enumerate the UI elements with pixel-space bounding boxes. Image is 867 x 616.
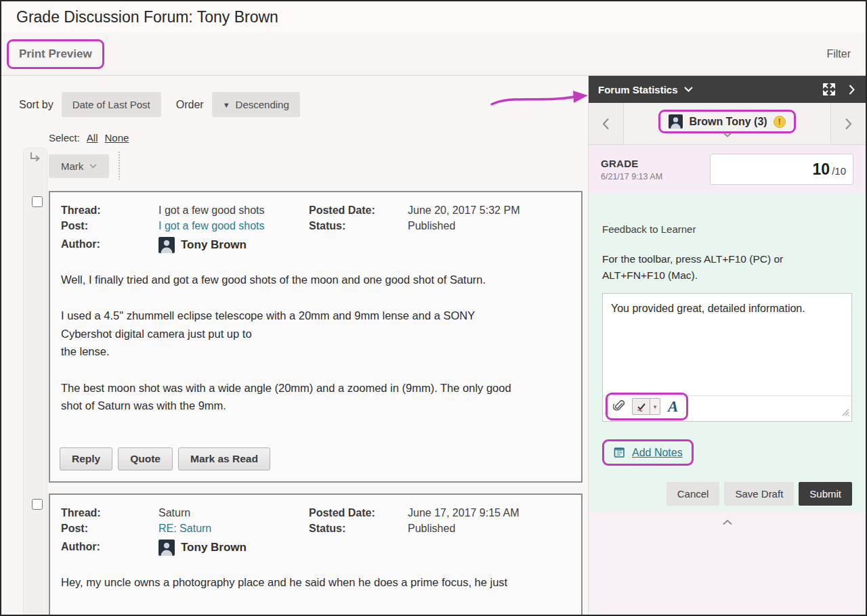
author-cell: Tony Brown (158, 540, 570, 556)
post-row: Thread: I got a few good shots Posted Da… (26, 191, 583, 483)
status-value: Published (408, 523, 570, 535)
post-card: Thread: I got a few good shots Posted Da… (49, 191, 583, 483)
thread-value: I got a few good shots (158, 204, 309, 217)
sort-by-button[interactable]: Date of Last Post (62, 92, 161, 117)
forum-statistics-dropdown-icon[interactable] (684, 87, 693, 92)
collapse-panel-icon[interactable] (849, 85, 855, 95)
next-student-button[interactable] (830, 103, 866, 144)
annotation-print-preview-highlight: Print Preview (7, 39, 104, 69)
select-label: Select: (49, 132, 80, 144)
mark-button-label: Mark (61, 160, 83, 172)
feedback-editor: You provided great, detailed information… (602, 293, 852, 422)
notes-icon (613, 446, 626, 459)
post-label: Post: (61, 220, 158, 232)
needs-grading-icon: ! (774, 116, 786, 128)
select-all-link[interactable]: All (87, 132, 98, 144)
order-button[interactable]: ▼ Descending (212, 92, 300, 117)
mark-button[interactable]: Mark (49, 154, 109, 178)
feedback-buttons: Cancel Save Draft Submit (602, 482, 852, 506)
posted-date-label: Posted Date: (309, 204, 408, 217)
student-dropdown-icon[interactable] (723, 133, 732, 137)
post-paragraph: Hey, my uncle owns a photography place a… (61, 573, 570, 591)
app-window: Grade Discussion Forum: Tony Brown Print… (0, 0, 867, 616)
character-format-icon[interactable]: A (667, 399, 679, 414)
action-bar: Print Preview Filter (1, 32, 866, 76)
author-label: Author: (61, 238, 158, 250)
feedback-textarea[interactable]: You provided great, detailed information… (603, 294, 851, 395)
submit-button[interactable]: Submit (799, 482, 852, 506)
posted-date-value: June 20, 2017 5:32 PM (408, 204, 570, 217)
feedback-section: Feedback to Learner For the toolbar, pre… (589, 194, 866, 512)
grade-label: GRADE (601, 158, 662, 169)
author-avatar (158, 540, 175, 556)
select-controls: Select: All None (49, 132, 588, 144)
mark-controls: Mark (49, 152, 588, 180)
annotation-editor-tools-highlight: ▾ A (606, 393, 688, 420)
reply-button[interactable]: Reply (60, 447, 112, 470)
posted-date-value: June 17, 2017 9:15 AM (408, 507, 570, 519)
main-content: Sort by Date of Last Post Order ▼ Descen… (1, 76, 866, 615)
page-title: Grade Discussion Forum: Tony Brown (16, 8, 278, 26)
post-body: Hey, my uncle owns a photography place a… (50, 556, 581, 591)
thread-label: Thread: (61, 204, 158, 217)
maximize-icon[interactable] (823, 83, 835, 95)
toolbar-hint: For the toolbar, press ALT+F10 (PC) or A… (602, 251, 820, 284)
post-select-checkbox[interactable] (32, 499, 43, 510)
add-notes-link[interactable]: Add Notes (632, 447, 683, 459)
feedback-label: Feedback to Learner (602, 194, 852, 235)
sort-by-label: Sort by (19, 99, 54, 111)
mark-as-read-button[interactable]: Mark as Read (178, 447, 270, 470)
print-preview-button[interactable]: Print Preview (9, 42, 102, 66)
save-draft-button[interactable]: Save Draft (724, 482, 794, 506)
post-card: Thread: Saturn Posted Date: June 17, 201… (49, 493, 583, 615)
dotted-divider (119, 152, 120, 180)
grade-input[interactable] (755, 160, 830, 179)
post-row: Thread: Saturn Posted Date: June 17, 201… (26, 493, 583, 615)
post-label: Post: (61, 523, 158, 535)
post-title-link[interactable]: I got a few good shots (158, 220, 309, 232)
author-cell: Tony Brown (158, 237, 570, 253)
grade-section: GRADE 6/21/17 9:13 AM /10 (589, 145, 866, 194)
author-name: Tony Brown (181, 541, 247, 554)
filter-button[interactable]: Filter (826, 48, 851, 60)
student-navigation: Brown Tony (3) ! (589, 103, 866, 145)
sort-controls: Sort by Date of Last Post Order ▼ Descen… (19, 92, 588, 117)
post-meta: Thread: Saturn Posted Date: June 17, 201… (50, 495, 581, 556)
collapse-feedback-icon[interactable] (602, 519, 852, 525)
spellcheck-dropdown-icon[interactable]: ▾ (650, 398, 660, 415)
status-label: Status: (309, 523, 408, 535)
post-paragraph: I used a 4.5" zhummell eclipse telescope… (61, 307, 570, 360)
status-label: Status: (309, 220, 408, 232)
author-name: Tony Brown (181, 238, 247, 252)
post-body: Well, I finally tried and got a few good… (50, 253, 581, 414)
editor-toolbar: ▾ A (603, 395, 851, 421)
previous-student-button[interactable] (589, 103, 624, 144)
quote-button[interactable]: Quote (118, 447, 173, 470)
grading-pane: Forum Statistics (588, 76, 866, 615)
student-selector[interactable]: Brown Tony (3) ! (658, 110, 795, 133)
paperclip-icon[interactable] (613, 400, 626, 413)
order-button-label: Descending (236, 99, 289, 110)
status-value: Published (408, 220, 570, 232)
author-avatar (158, 237, 175, 253)
grade-date: 6/21/17 9:13 AM (601, 172, 662, 181)
post-actions: Reply Quote Mark as Read (50, 433, 581, 481)
author-label: Author: (61, 541, 158, 553)
cancel-button[interactable]: Cancel (667, 482, 720, 506)
post-checkbox-col (26, 191, 49, 483)
post-title-link[interactable]: RE: Saturn (158, 523, 309, 535)
post-checkbox-col (26, 493, 49, 615)
post-select-checkbox[interactable] (32, 196, 43, 207)
thread-label: Thread: (61, 507, 158, 519)
grade-out-of: /10 (832, 165, 846, 177)
thread-value: Saturn (158, 507, 309, 519)
resize-handle[interactable] (841, 407, 849, 419)
forum-statistics-header: Forum Statistics (589, 76, 866, 103)
student-avatar (669, 114, 683, 129)
current-student-area: Brown Tony (3) ! (624, 103, 830, 144)
select-none-link[interactable]: None (105, 132, 129, 144)
spellcheck-icon[interactable] (632, 398, 650, 415)
page-header: Grade Discussion Forum: Tony Brown (1, 1, 866, 32)
post-paragraph: Well, I finally tried and got a few good… (61, 271, 570, 288)
posted-date-label: Posted Date: (309, 507, 408, 519)
